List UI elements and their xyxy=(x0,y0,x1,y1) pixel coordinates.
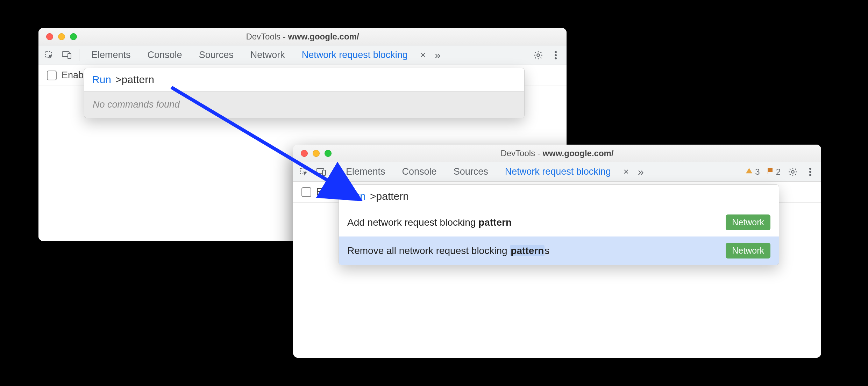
svg-point-13 xyxy=(809,168,811,170)
tab-sources[interactable]: Sources xyxy=(192,45,241,65)
command-item[interactable]: Add network request blocking pattern Net… xyxy=(339,208,779,236)
close-tab-icon[interactable]: × xyxy=(621,166,632,177)
command-category-badge: Network xyxy=(726,214,770,230)
more-tabs-icon[interactable]: » xyxy=(634,166,645,178)
window-title-prefix: DevTools - xyxy=(500,148,542,158)
toolbar-separator xyxy=(79,49,79,61)
warnings-count[interactable]: 3 xyxy=(743,167,762,177)
gear-icon[interactable] xyxy=(531,48,546,63)
enable-checkbox[interactable] xyxy=(301,187,311,197)
tab-console[interactable]: Console xyxy=(395,162,444,181)
minimize-window-button[interactable] xyxy=(313,150,320,157)
window-title-host: www.google.com/ xyxy=(542,148,613,158)
enable-label: Enab xyxy=(62,70,84,81)
svg-point-4 xyxy=(555,51,557,53)
gear-icon[interactable] xyxy=(785,165,800,179)
run-label: Run xyxy=(92,74,111,86)
command-input-row[interactable]: Run >pattern xyxy=(339,185,779,208)
svg-point-5 xyxy=(555,54,557,56)
window-title-host: www.google.com/ xyxy=(288,32,359,41)
svg-point-15 xyxy=(809,174,811,176)
command-category-badge: Network xyxy=(726,243,770,258)
svg-rect-9 xyxy=(322,170,326,175)
warning-icon xyxy=(745,167,753,177)
tab-network[interactable]: Network xyxy=(243,45,292,65)
svg-point-6 xyxy=(555,57,557,59)
window-title: DevTools - www.google.com/ xyxy=(38,32,567,42)
inspect-icon[interactable] xyxy=(42,48,57,63)
close-window-button[interactable] xyxy=(301,150,308,157)
command-item-text: Add network request blocking pattern xyxy=(347,217,512,228)
enable-label: Enab xyxy=(316,187,338,197)
kebab-menu-icon[interactable] xyxy=(803,165,818,179)
run-label: Run xyxy=(347,190,366,202)
zoom-window-button[interactable] xyxy=(70,33,77,40)
command-item[interactable]: Remove all network request blocking patt… xyxy=(339,236,779,265)
tab-sources[interactable]: Sources xyxy=(447,162,495,181)
titlebar: DevTools - www.google.com/ xyxy=(38,28,567,45)
tab-elements[interactable]: Elements xyxy=(84,45,138,65)
issues-count[interactable]: 2 xyxy=(765,167,783,177)
devtools-toolbar: Elements Console Sources Network Network… xyxy=(38,45,567,65)
titlebar: DevTools - www.google.com/ xyxy=(293,145,821,162)
tab-elements[interactable]: Elements xyxy=(339,162,392,181)
devtools-window-b: DevTools - www.google.com/ Elements Cons… xyxy=(293,145,821,358)
tab-network-request-blocking[interactable]: Network request blocking xyxy=(295,45,415,65)
traffic-lights xyxy=(38,33,77,40)
svg-rect-10 xyxy=(768,168,773,172)
close-window-button[interactable] xyxy=(46,33,53,40)
command-item-text: Remove all network request blocking patt… xyxy=(347,245,549,256)
device-toggle-icon[interactable] xyxy=(59,48,74,63)
more-tabs-icon[interactable]: » xyxy=(431,49,442,61)
command-query: >pattern xyxy=(115,74,154,86)
svg-point-12 xyxy=(791,170,794,173)
issue-flag-icon xyxy=(767,167,774,177)
toolbar-separator xyxy=(334,166,334,178)
inspect-icon[interactable] xyxy=(297,165,311,179)
command-palette: Run >pattern No commands found xyxy=(84,68,525,118)
tab-console[interactable]: Console xyxy=(141,45,189,65)
svg-rect-11 xyxy=(768,168,768,174)
window-title: DevTools - www.google.com/ xyxy=(293,148,821,158)
zoom-window-button[interactable] xyxy=(325,150,332,157)
no-commands-message: No commands found xyxy=(84,91,524,118)
svg-point-3 xyxy=(537,54,539,56)
warnings-count-value: 3 xyxy=(755,167,760,177)
command-palette: Run >pattern Add network request blockin… xyxy=(339,184,779,265)
tab-network-request-blocking[interactable]: Network request blocking xyxy=(498,162,618,181)
window-title-prefix: DevTools - xyxy=(246,32,288,41)
enable-checkbox[interactable] xyxy=(47,71,57,80)
close-tab-icon[interactable]: × xyxy=(418,50,428,60)
svg-point-14 xyxy=(809,171,811,173)
minimize-window-button[interactable] xyxy=(58,33,65,40)
devtools-toolbar: Elements Console Sources Network request… xyxy=(293,162,821,182)
svg-rect-2 xyxy=(68,53,71,59)
command-query: >pattern xyxy=(370,190,409,202)
traffic-lights xyxy=(293,150,332,157)
kebab-menu-icon[interactable] xyxy=(548,48,563,63)
device-toggle-icon[interactable] xyxy=(314,165,329,179)
issues-count-value: 2 xyxy=(776,167,781,177)
command-input-row[interactable]: Run >pattern xyxy=(84,68,524,91)
